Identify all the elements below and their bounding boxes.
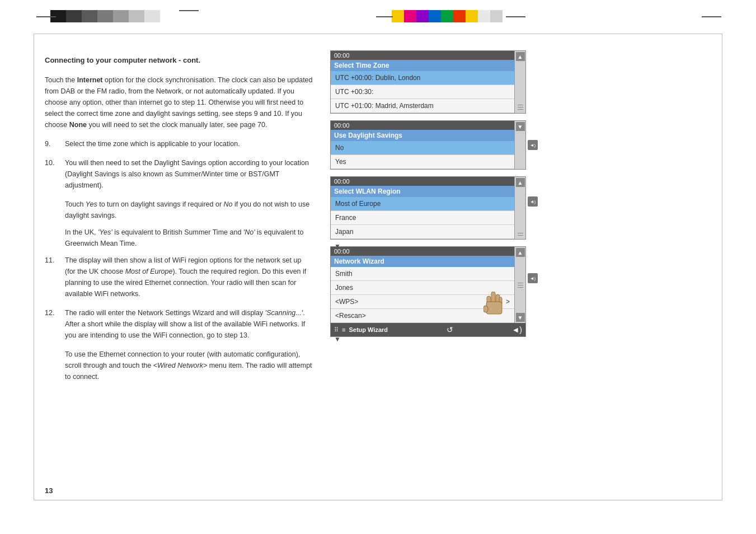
screen-wlan: 00:00 Select WLAN Region Most of Europe …: [330, 176, 526, 240]
device-column: 00:00 Select Time Zone UTC +00:00: Dubli…: [330, 50, 526, 388]
bar-line-right-right: [506, 16, 525, 17]
border-top: [34, 34, 722, 34]
screen1-title: Select Time Zone: [331, 60, 514, 71]
screen1-item1[interactable]: UTC +00:00: Dublin, London: [331, 71, 514, 85]
screen2-scrollbar[interactable]: ▼: [514, 121, 525, 169]
screen1-item2[interactable]: UTC +00:30:: [331, 85, 514, 99]
border-bottom: [34, 500, 722, 500]
volume-icon-2[interactable]: ◄): [528, 140, 538, 150]
down-indicator: ▼: [334, 335, 341, 343]
screen3-title: Select WLAN Region: [331, 186, 514, 197]
bar-line-right-left: [376, 16, 393, 17]
screen2-item1[interactable]: No: [331, 141, 514, 155]
item-10-sub2: In the UK, 'Yes' is equivalent to Britis…: [65, 227, 313, 249]
bottom-bar-back-btn[interactable]: ↺: [447, 325, 453, 334]
screen-network-wizard: ▼ 00:00 Network Wizard Smith Jones <WPS>…: [330, 246, 526, 337]
screen4-scrollbar[interactable]: ▲ ▼: [514, 247, 525, 323]
scroll-lines: [516, 102, 524, 112]
bar-line-right-of-left-bar: [179, 10, 199, 11]
screen3-time: 00:00: [331, 177, 514, 186]
screen4-item-wps-label: <WPS>: [335, 298, 358, 306]
screen4-time: 00:00: [331, 247, 514, 256]
item-11-num: 11.: [45, 255, 60, 299]
text-column: Connecting to your computer network - co…: [34, 56, 313, 388]
hand-cursor: [483, 292, 503, 317]
screen3-scrollbar[interactable]: ▲: [514, 177, 525, 239]
scroll-up-arrow-3[interactable]: ▲: [516, 178, 525, 187]
volume-icon-4[interactable]: ◄): [528, 273, 538, 283]
screen4-item-wps-arrow: >: [506, 298, 510, 306]
item-9-text: Select the time zone which is applicable…: [65, 138, 240, 149]
screen4-scroll-lines: [516, 280, 524, 290]
section-title: Connecting to your computer network - co…: [45, 56, 313, 64]
page-number: 13: [45, 486, 53, 495]
paragraph1: Touch the Internet option for the clock …: [45, 74, 313, 130]
screen2-time: 00:00: [331, 121, 514, 130]
item-10-text: You will then need to set the Daylight S…: [65, 157, 313, 191]
item-12: 12. The radio will enter the Network Set…: [45, 307, 313, 341]
bottom-bar: ⠿ ≡ Setup Wizard ↺ ◄): [331, 323, 525, 336]
screen3-item2[interactable]: France: [331, 211, 514, 225]
svg-rect-0: [491, 292, 495, 303]
up-indicator: ▼: [334, 242, 341, 250]
bar-line-left: [36, 16, 56, 17]
bottom-bar-grid-icon: ⠿: [334, 326, 339, 334]
screen-timezone: 00:00 Select Time Zone UTC +00:00: Dubli…: [330, 50, 526, 114]
screen3-scroll-lines: [516, 231, 524, 238]
item-12-sub: To use the Ethernet connection to your r…: [65, 349, 313, 382]
color-bar-left: [50, 10, 160, 22]
bottom-bar-menu-icon: ≡: [342, 326, 345, 333]
item-10: 10. You will then need to set the Daylig…: [45, 157, 313, 191]
bar-line-far-right: [702, 16, 721, 17]
screen-daylight: 00:00 Use Daylight Savings No Yes ▼ ◄): [330, 120, 526, 170]
screen1-scrollbar[interactable]: ▲: [514, 51, 525, 113]
screen2-title: Use Daylight Savings: [331, 130, 514, 141]
item-12-num: 12.: [45, 307, 60, 341]
item-12-text: The radio will enter the Network Setting…: [65, 307, 313, 341]
bottom-bar-label: Setup Wizard: [349, 326, 388, 333]
color-bar-right: [392, 10, 503, 22]
item-9: 9. Select the time zone which is applica…: [45, 138, 313, 149]
bottom-bar-volume-btn[interactable]: ◄): [511, 325, 522, 334]
item-11: 11. The display will then show a list of…: [45, 255, 313, 299]
screen2-item2[interactable]: Yes: [331, 155, 514, 169]
scroll-up-arrow-4[interactable]: ▲: [516, 248, 525, 257]
screen1-item3[interactable]: UTC +01:00: Madrid, Amsterdam: [331, 99, 514, 113]
item-9-num: 9.: [45, 138, 60, 149]
scroll-down-arrow-2[interactable]: ▼: [516, 122, 525, 131]
volume-icon-3[interactable]: ◄): [528, 196, 538, 207]
screen1-time: 00:00: [331, 51, 514, 60]
svg-rect-4: [486, 302, 502, 314]
screen3-item1[interactable]: Most of Europe: [331, 197, 514, 211]
item-11-text: The display will then show a list of WiF…: [65, 255, 313, 299]
screen3-item3[interactable]: Japan: [331, 225, 514, 239]
screen4-title: Network Wizard: [331, 256, 514, 267]
screen4-item-smith[interactable]: Smith: [331, 267, 514, 281]
border-right: [722, 34, 722, 500]
item-10-sub1: Touch Yes to turn on daylight savings if…: [65, 199, 313, 221]
border-left: [34, 34, 34, 500]
svg-rect-5: [483, 306, 488, 312]
item-10-num: 10.: [45, 157, 60, 191]
scroll-up-arrow[interactable]: ▲: [516, 52, 525, 61]
scroll-down-arrow-4[interactable]: ▼: [516, 313, 525, 322]
